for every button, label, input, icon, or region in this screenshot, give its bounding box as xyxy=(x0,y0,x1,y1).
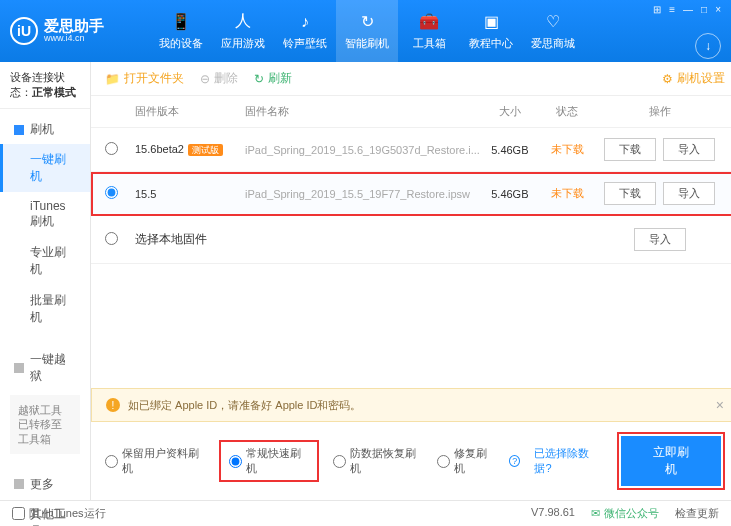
table-header: 固件版本 固件名称 大小 状态 操作 xyxy=(91,96,731,128)
wechat-icon: ✉ xyxy=(591,507,600,520)
nav-tutorial[interactable]: ▣教程中心 xyxy=(460,0,522,62)
win-max-icon[interactable]: □ xyxy=(701,4,707,15)
opt-anti-recovery[interactable]: 防数据恢复刷机 xyxy=(333,446,423,476)
firmware-row-selected[interactable]: 15.5 iPad_Spring_2019_15.5_19F77_Restore… xyxy=(91,172,731,216)
row-radio[interactable] xyxy=(105,186,118,199)
site-url: www.i4.cn xyxy=(44,34,104,44)
book-icon: ▣ xyxy=(481,12,501,32)
sidebar: 设备连接状态：正常模式 刷机 一键刷机 iTunes刷机 专业刷机 批量刷机 一… xyxy=(0,62,91,500)
row-radio[interactable] xyxy=(105,232,118,245)
import-button[interactable]: 导入 xyxy=(663,182,715,205)
delete-button[interactable]: ⊖删除 xyxy=(200,70,238,87)
opt-quick-flash[interactable]: 常规快速刷机 xyxy=(229,446,308,476)
nav-ringtone[interactable]: ♪铃声壁纸 xyxy=(274,0,336,62)
close-notice-icon[interactable]: × xyxy=(716,397,724,413)
nav-toolbox[interactable]: 🧰工具箱 xyxy=(398,0,460,62)
toolbar: 📁打开文件夹 ⊖删除 ↻刷新 ⚙刷机设置 xyxy=(91,62,731,96)
refresh-button[interactable]: ↻刷新 xyxy=(254,70,292,87)
sidebar-item-oneclick[interactable]: 一键刷机 xyxy=(0,144,90,192)
firmware-row[interactable]: 15.6beta2测试版 iPad_Spring_2019_15.6_19G50… xyxy=(91,128,731,172)
square-icon xyxy=(14,125,24,135)
folder-icon: 📁 xyxy=(105,72,120,86)
phone-icon: 📱 xyxy=(171,12,191,32)
flash-settings-button[interactable]: ⚙刷机设置 xyxy=(662,70,725,87)
connection-status: 设备连接状态：正常模式 xyxy=(0,62,90,109)
opt-repair[interactable]: 修复刷机 xyxy=(437,446,495,476)
footer: 阻止iTunes运行 V7.98.61 ✉微信公众号 检查更新 xyxy=(0,500,731,526)
nav-flash[interactable]: ↻智能刷机 xyxy=(336,0,398,62)
version-label: V7.98.61 xyxy=(531,506,575,521)
logo: iU 爱思助手 www.i4.cn xyxy=(10,17,150,45)
square-icon xyxy=(14,479,24,489)
main-nav: 📱我的设备 人应用游戏 ♪铃声壁纸 ↻智能刷机 🧰工具箱 ▣教程中心 ♡爱思商城 xyxy=(150,0,653,62)
import-button[interactable]: 导入 xyxy=(663,138,715,161)
refresh-icon: ↻ xyxy=(357,12,377,32)
delete-icon: ⊖ xyxy=(200,72,210,86)
download-circle-icon[interactable]: ↓ xyxy=(695,33,721,59)
section-flash[interactable]: 刷机 xyxy=(0,115,90,144)
section-more[interactable]: 更多 xyxy=(0,470,90,499)
nav-apps[interactable]: 人应用游戏 xyxy=(212,0,274,62)
app-header: iU 爱思助手 www.i4.cn 📱我的设备 人应用游戏 ♪铃声壁纸 ↻智能刷… xyxy=(0,0,731,62)
win-grid-icon[interactable]: ⊞ xyxy=(653,4,661,15)
info-icon[interactable]: ? xyxy=(509,455,521,467)
music-icon: ♪ xyxy=(295,12,315,32)
jailbreak-note: 越狱工具已转移至工具箱 xyxy=(10,395,80,454)
nav-my-device[interactable]: 📱我的设备 xyxy=(150,0,212,62)
apps-icon: 人 xyxy=(233,12,253,32)
exclude-data-link[interactable]: 已选择除数据? xyxy=(534,446,603,476)
toolbox-icon: 🧰 xyxy=(419,12,439,32)
window-controls: ⊞ ≡ — □ × ↓ xyxy=(653,4,721,59)
import-button[interactable]: 导入 xyxy=(634,228,686,251)
check-update-link[interactable]: 检查更新 xyxy=(675,506,719,521)
appleid-notice: ! 如已绑定 Apple ID，请准备好 Apple ID和密码。 × xyxy=(91,388,731,422)
win-close-icon[interactable]: × xyxy=(715,4,721,15)
lock-icon xyxy=(14,363,24,373)
logo-icon: iU xyxy=(10,17,38,45)
section-jailbreak[interactable]: 一键越狱 xyxy=(0,345,90,391)
open-folder-button[interactable]: 📁打开文件夹 xyxy=(105,70,184,87)
warning-icon: ! xyxy=(106,398,120,412)
sidebar-item-batch[interactable]: 批量刷机 xyxy=(0,285,90,333)
flash-now-button[interactable]: 立即刷机 xyxy=(621,436,720,486)
sidebar-item-pro[interactable]: 专业刷机 xyxy=(0,237,90,285)
download-button[interactable]: 下载 xyxy=(604,138,656,161)
refresh-icon: ↻ xyxy=(254,72,264,86)
download-button[interactable]: 下载 xyxy=(604,182,656,205)
store-icon: ♡ xyxy=(543,12,563,32)
app-name: 爱思助手 xyxy=(44,18,104,35)
content: 📁打开文件夹 ⊖删除 ↻刷新 ⚙刷机设置 固件版本 固件名称 大小 状态 操作 … xyxy=(91,62,731,500)
flash-options: 保留用户资料刷机 常规快速刷机 防数据恢复刷机 修复刷机 ? 已选择除数据? 立… xyxy=(91,422,731,500)
beta-tag: 测试版 xyxy=(188,144,223,156)
block-itunes-check[interactable]: 阻止iTunes运行 xyxy=(12,506,106,521)
win-menu-icon[interactable]: ≡ xyxy=(669,4,675,15)
wechat-link[interactable]: ✉微信公众号 xyxy=(591,506,659,521)
opt-keep-data[interactable]: 保留用户资料刷机 xyxy=(105,446,205,476)
win-min-icon[interactable]: — xyxy=(683,4,693,15)
nav-store[interactable]: ♡爱思商城 xyxy=(522,0,584,62)
row-radio[interactable] xyxy=(105,142,118,155)
sidebar-item-itunes[interactable]: iTunes刷机 xyxy=(0,192,90,237)
local-firmware-row[interactable]: 选择本地固件 导入 xyxy=(91,216,731,264)
gear-icon: ⚙ xyxy=(662,72,673,86)
